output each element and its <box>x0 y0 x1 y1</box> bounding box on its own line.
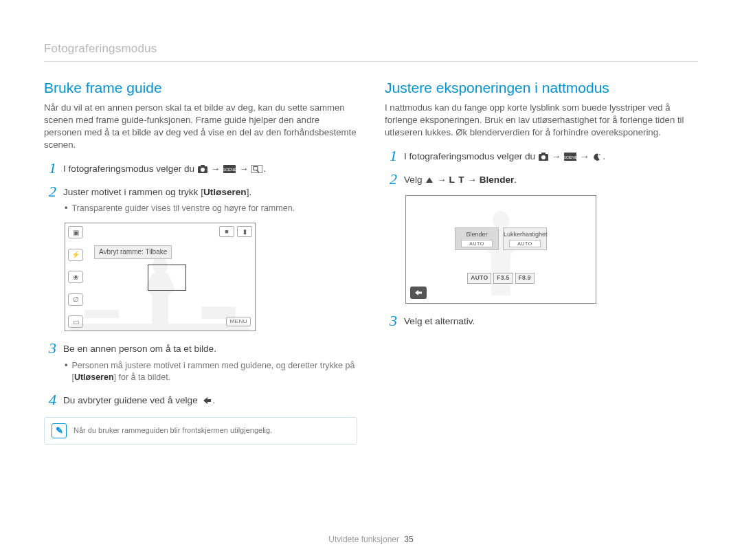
scene-icon: SCENE <box>223 165 236 173</box>
camera-icon <box>539 153 548 161</box>
step-text: I fotograferingsmodus velger du <box>404 151 538 161</box>
arrow-icon: → <box>211 164 221 174</box>
tb-battery-icon: ▮ <box>237 226 252 237</box>
frame-guide-icon <box>251 165 262 173</box>
left-intro: Når du vil at en annen person skal ta et… <box>44 102 357 150</box>
step-number: 1 <box>385 148 397 164</box>
right-step-1: 1 I fotograferingsmodus velger du → SCEN… <box>385 148 698 164</box>
arrow-icon: → <box>552 151 561 161</box>
svg-text:SCENE: SCENE <box>564 155 576 159</box>
right-column: Justere eksponeringen i nattmodus I natt… <box>385 78 698 445</box>
camera-screen-frameguide: ▣ ⚡ ❀ ∅ ▭ ■ ▮ Avbryt ramme: Tilbake MENU <box>65 223 256 331</box>
right-heading: Justere eksponeringen i nattmodus <box>385 78 698 98</box>
period: . <box>514 175 517 185</box>
page-footer: Utvidete funksjoner 35 <box>0 534 742 545</box>
bullet-item: Transparente guider vises til venstre og… <box>65 203 357 215</box>
page-section-label: Fotograferingsmodus <box>44 41 698 57</box>
frame-rect <box>148 265 186 291</box>
arrow-icon: → <box>437 175 447 185</box>
left-step-2: 2 Juster motivet i rammen og trykk [Utlø… <box>44 184 357 215</box>
arrow-icon: → <box>580 151 589 161</box>
svg-rect-6 <box>254 166 258 170</box>
back-icon <box>201 396 212 405</box>
note-box: ✎ Når du bruker rammeguiden blir frontsk… <box>44 417 357 445</box>
back-button <box>410 287 427 299</box>
left-step-3: 3 Be en annen person om å ta et bilde. P… <box>44 341 357 383</box>
arrow-icon: → <box>239 164 249 174</box>
note-text: Når du bruker rammeguiden blir frontskje… <box>74 425 272 436</box>
step-text: Juster motivet i rammen og trykk [ <box>63 187 203 197</box>
right-step-2: 2 Velg → L T → Blender. <box>385 172 698 187</box>
period: . <box>603 151 605 161</box>
svg-rect-8 <box>85 310 119 318</box>
svg-rect-1 <box>201 165 205 167</box>
left-heading: Bruke frame guide <box>44 78 357 98</box>
sb-macro-icon: ❀ <box>68 271 83 283</box>
svg-point-16 <box>599 154 600 155</box>
svg-rect-12 <box>541 153 546 155</box>
page-number: 35 <box>404 535 413 544</box>
step-number: 2 <box>385 172 397 187</box>
val-auto: AUTO <box>467 273 491 283</box>
scene-icon: SCENE <box>564 153 576 161</box>
bold-text: Utløseren <box>203 187 247 197</box>
arrow-icon: → <box>467 175 477 185</box>
sb-off-icon: ∅ <box>68 293 83 306</box>
note-icon: ✎ <box>52 423 67 438</box>
svg-point-13 <box>541 155 546 159</box>
camera-icon <box>198 165 207 173</box>
screen-label: Avbryt ramme: Tilbake <box>94 245 172 259</box>
menu-button: MENU <box>226 317 251 327</box>
sb-mode-icon: ▣ <box>68 226 83 238</box>
step-text-suffix: ]. <box>247 187 252 197</box>
svg-rect-10 <box>71 324 249 331</box>
divider <box>44 61 698 62</box>
step-number: 2 <box>44 184 56 199</box>
step-text: Be en annen person om å ta et bilde. <box>63 344 216 354</box>
period: . <box>263 164 266 174</box>
period: . <box>213 395 216 405</box>
left-step-1: 1 I fotograferingsmodus velger du → SCEN… <box>44 161 357 176</box>
tabs-row: Blender AUTO Lukkerhastighet AUTO <box>406 227 596 251</box>
up-triangle-icon <box>425 177 434 183</box>
tab-blender: Blender AUTO <box>455 227 499 251</box>
value-row: AUTO F3.5 F8.9 <box>406 273 596 283</box>
lt-label: L T <box>449 175 464 185</box>
svg-rect-5 <box>251 165 262 173</box>
left-column: Bruke frame guide Når du vil at en annen… <box>44 78 357 445</box>
step-text: Du avbryter guidene ved å velge <box>63 395 201 405</box>
right-intro: I nattmodus kan du fange opp korte lysbl… <box>385 102 698 138</box>
bold-text: Blender <box>480 175 515 185</box>
left-step-4: 4 Du avbryter guidene ved å velge . <box>44 392 357 407</box>
step-number: 3 <box>385 313 397 328</box>
sb-disp-icon: ▭ <box>68 315 83 328</box>
night-mode-icon <box>592 153 602 161</box>
val-f35: F3.5 <box>493 273 513 283</box>
tab-lukkerhastighet: Lukkerhastighet AUTO <box>503 227 547 251</box>
right-step-3: 3 Velg et alternativ. <box>385 313 698 328</box>
camera-screen-night: Blender AUTO Lukkerhastighet AUTO AUTO F… <box>405 195 596 304</box>
step-number: 4 <box>44 392 56 407</box>
bullet-item: Personen må justere motivet i rammen med… <box>65 360 357 384</box>
sb-flash-icon: ⚡ <box>68 249 83 261</box>
step-text: Velg et alternativ. <box>404 316 475 326</box>
val-f89: F8.9 <box>515 273 535 283</box>
tb-icon: ■ <box>219 226 234 237</box>
step-number: 3 <box>44 341 56 356</box>
footer-label: Utvidete funksjoner <box>328 535 399 544</box>
svg-point-2 <box>201 168 205 172</box>
step-text: I fotograferingsmodus velger du <box>63 164 197 174</box>
step-text: Velg <box>404 175 425 185</box>
svg-text:SCENE: SCENE <box>223 167 236 171</box>
step-number: 1 <box>44 161 56 176</box>
